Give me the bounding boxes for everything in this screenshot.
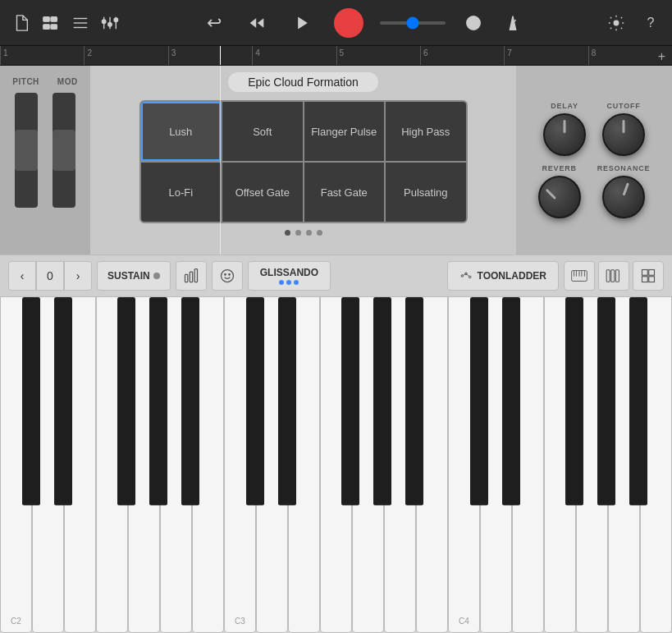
patch-high-pass[interactable]: High Pass [386,102,466,161]
white-key-d2[interactable] [32,297,64,633]
white-key-f3[interactable] [320,297,352,633]
glissando-button[interactable]: GLISSANDO [248,261,331,291]
app-wrapper: ↩ [0,0,672,633]
undo-icon[interactable]: ↩ [203,11,226,34]
file-icon[interactable] [10,11,33,34]
white-key-f2[interactable] [96,297,128,633]
reverb-knob[interactable] [538,176,581,218]
white-key-a4[interactable] [608,297,640,633]
white-key-d4[interactable] [480,297,512,633]
white-key-e3[interactable] [288,297,320,633]
sustain-button[interactable]: SUSTAIN [97,261,171,291]
ruler-mark-1: 1 [0,46,84,65]
white-key-b4[interactable] [640,297,672,633]
white-key-e2[interactable] [64,297,96,633]
help-icon[interactable]: ? [639,11,662,34]
pitch-slider[interactable] [15,93,38,208]
svg-rect-0 [43,16,49,21]
svg-point-12 [114,18,118,22]
toonladder-label: TOONLADDER [478,270,546,282]
speaker-icon [462,11,485,34]
volume-slider[interactable] [380,21,446,25]
record-button[interactable] [334,8,363,38]
grid-view-button[interactable] [633,261,664,291]
white-key-d3[interactable] [256,297,288,633]
mod-slider-handle [53,130,75,171]
list-icon[interactable] [69,11,92,34]
octave-next-button[interactable]: › [64,261,92,291]
octave-prev-button[interactable]: ‹ [8,261,36,291]
page-dot-3[interactable] [306,230,312,236]
mixer-icon[interactable] [98,11,121,34]
toonladder-button[interactable]: TOONLADDER [447,261,559,291]
svg-point-25 [228,274,230,276]
bottom-toolbar: ‹ 0 › SUSTAIN GLISSANDO [0,255,672,297]
patch-grid: Lush Soft Flanger Pulse High Pass Lo-Fi … [139,100,468,223]
ruler-mark-7: 7 [504,46,587,65]
expression-button[interactable] [212,261,243,291]
white-key-b2[interactable] [192,297,224,633]
patch-flanger-pulse[interactable]: Flanger Pulse [304,102,385,161]
chord-strips-button[interactable] [598,261,629,291]
svg-point-19 [614,21,619,25]
svg-rect-21 [190,272,192,282]
tracks-icon[interactable] [39,11,62,34]
white-key-a3[interactable] [384,297,416,633]
piano-keyboard-area[interactable]: C2 C3 C4 [0,297,672,633]
ruler-plus-button[interactable]: + [658,49,665,64]
white-key-b3[interactable] [416,297,448,633]
white-key-g3[interactable] [352,297,384,633]
c4-label: C4 [459,617,469,626]
preset-name: Epic Cloud Formation [228,72,378,92]
mod-slider[interactable] [53,93,75,208]
resonance-knob[interactable] [602,176,645,218]
svg-point-11 [108,22,112,26]
cutoff-knob[interactable] [602,113,645,156]
patch-lo-fi[interactable]: Lo-Fi [141,163,222,222]
white-key-c2[interactable]: C2 [0,297,32,633]
white-key-c4[interactable]: C4 [448,297,480,633]
ruler-mark-3: 3 [168,46,252,65]
settings-icon[interactable] [605,11,628,34]
patch-fast-gate[interactable]: Fast Gate [304,163,385,222]
white-key-f4[interactable] [544,297,576,633]
ruler-mark-2: 2 [84,46,167,65]
white-key-c3[interactable]: C3 [224,297,256,633]
pitch-mod-area: PITCH MOD [0,66,90,255]
rewind-button[interactable] [242,8,272,38]
page-dot-1[interactable] [285,230,290,236]
glis-dot-3 [294,280,299,285]
cutoff-label: CUTOFF [606,102,640,110]
metronome-icon[interactable] [501,11,524,34]
page-dot-2[interactable] [295,230,301,236]
svg-rect-37 [615,270,619,282]
svg-point-10 [102,19,106,23]
white-key-g4[interactable] [576,297,608,633]
svg-point-24 [224,274,226,276]
right-icon-group [564,261,664,291]
svg-point-16 [466,16,480,30]
octave-value: 0 [36,261,64,291]
patch-offset-gate[interactable]: Offset Gate [222,163,303,222]
play-button[interactable] [288,8,318,38]
white-key-e4[interactable] [512,297,544,633]
arpeggiator-button[interactable] [176,261,207,291]
page-dot-4[interactable] [317,230,322,236]
patch-soft[interactable]: Soft [222,102,303,161]
delay-knob-group: DELAY [543,102,586,156]
svg-rect-35 [606,270,610,282]
svg-rect-40 [642,277,648,282]
patch-lush[interactable]: Lush [141,102,222,161]
octave-group: ‹ 0 › [8,261,92,291]
patch-pulsating[interactable]: Pulsating [386,163,466,222]
white-key-a2[interactable] [160,297,192,633]
ruler-mark-6: 6 [420,46,504,65]
reverb-knob-group: REVERB [538,164,581,218]
white-key-g2[interactable] [128,297,160,633]
ruler-mark-4: 4 [252,46,336,65]
keyboard-view-button[interactable] [564,261,595,291]
delay-knob[interactable] [543,113,586,156]
toolbar-left [10,11,121,34]
glis-dot-2 [286,280,291,285]
page-indicator [285,230,322,236]
